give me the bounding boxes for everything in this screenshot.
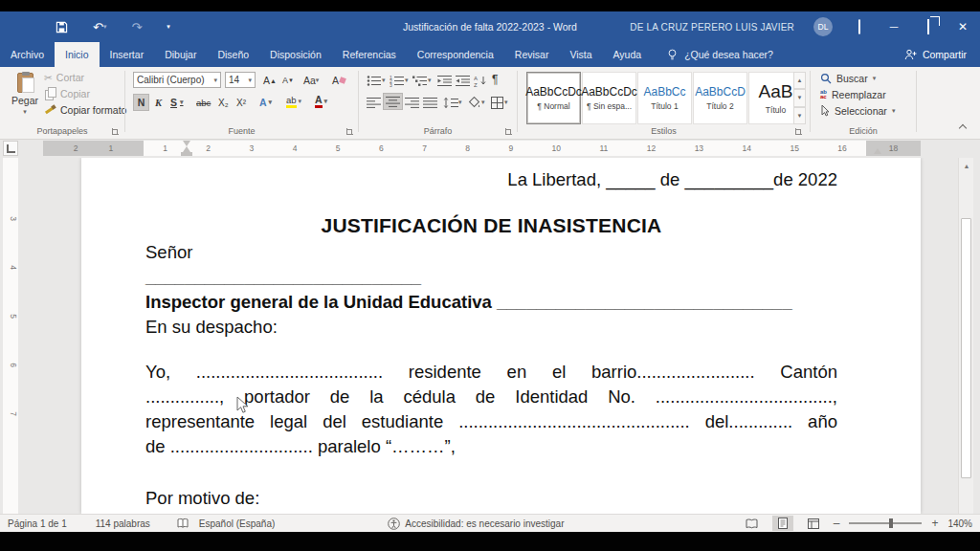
justify-button[interactable] (421, 94, 439, 111)
align-right-button[interactable] (403, 94, 421, 111)
word-count[interactable]: 114 palabras (96, 518, 150, 529)
accessibility-status[interactable]: Accesibilidad: es necesario investigar (388, 518, 564, 530)
proofing-icon[interactable] (177, 518, 189, 529)
italic-button[interactable]: K (153, 94, 164, 111)
scrollbar-thumb[interactable] (961, 218, 971, 478)
tab-diseno[interactable]: Diseño (207, 42, 259, 67)
line-spacing-button[interactable]: ▾ (441, 94, 464, 111)
font-name-combo[interactable]: Calibri (Cuerpo)▾ (133, 72, 221, 88)
grow-font-button[interactable]: A▲ (261, 72, 278, 89)
gallery-down-icon[interactable]: ▼ (793, 89, 806, 106)
tell-me-box[interactable]: ¿Qué desea hacer? (667, 42, 773, 67)
undo-button[interactable]: ↶▾ (93, 20, 106, 34)
zoom-level[interactable]: 140% (947, 518, 972, 529)
zoom-in-button[interactable]: + (931, 517, 938, 530)
bullets-icon (367, 75, 382, 87)
bold-button[interactable]: N (133, 94, 149, 111)
align-center-icon (386, 96, 400, 108)
fuente-dialog-launcher-icon[interactable] (346, 128, 353, 135)
paste-dropdown-icon[interactable]: ▾ (23, 108, 27, 116)
multilevel-list-icon (412, 75, 428, 87)
tab-revisar[interactable]: Revisar (504, 42, 560, 67)
statusbar-right: – + 140% (742, 516, 980, 531)
tab-disposicion[interactable]: Disposición (259, 42, 332, 67)
zoom-out-button[interactable]: – (834, 517, 840, 530)
scroll-up-icon[interactable]: ▲ (959, 158, 974, 173)
gallery-up-icon[interactable]: ▲ (793, 72, 806, 89)
tab-dibujar[interactable]: Dibujar (154, 42, 207, 67)
style-sin-espaciado[interactable]: AaBbCcDc ¶ Sin espa... (582, 72, 636, 124)
vertical-ruler[interactable]: 34567 (3, 158, 18, 514)
vertical-scrollbar[interactable]: ▲ (958, 158, 973, 514)
language-indicator[interactable]: Español (España) (199, 518, 276, 529)
replace-button[interactable]: abac Reemplazar (820, 89, 895, 100)
document-page[interactable]: La Libertad, _____ de _________de 2022 J… (81, 158, 921, 514)
read-mode-icon[interactable] (742, 516, 763, 531)
close-icon[interactable]: ✕ (955, 20, 970, 33)
right-indent-marker[interactable] (874, 148, 881, 154)
shading-button[interactable]: ▾ (466, 94, 487, 111)
subscript-button[interactable]: X₂ (216, 94, 231, 111)
paste-button[interactable]: Pegar ▾ (8, 71, 42, 126)
estilos-dialog-launcher-icon[interactable] (795, 128, 802, 135)
style-titulo-2[interactable]: AaBbCcD Título 2 (693, 72, 747, 124)
collapse-ribbon-icon[interactable] (959, 123, 967, 131)
portapapeles-dialog-launcher-icon[interactable] (112, 128, 119, 135)
group-label-parrafo: Párrafo (359, 126, 517, 136)
select-button[interactable]: Seleccionar▾ (820, 105, 895, 117)
tab-vista[interactable]: Vista (559, 42, 602, 67)
strikethrough-button[interactable]: abc (194, 94, 212, 111)
pilcrow-button[interactable]: ¶ (490, 71, 500, 88)
accessibility-icon (388, 518, 400, 530)
find-button[interactable]: Buscar▾ (820, 73, 895, 84)
tab-correspondencia[interactable]: Correspondencia (407, 42, 504, 67)
zoom-slider[interactable] (849, 522, 922, 524)
restore-icon[interactable] (921, 20, 936, 33)
multilevel-list-button[interactable]: ▾ (411, 72, 434, 89)
numbering-button[interactable]: 123▾ (388, 72, 411, 89)
borders-button[interactable]: ▾ (489, 94, 510, 111)
format-painter-button[interactable]: Copiar formato (44, 103, 126, 116)
styles-gallery-scroll: ▲ ▼ ▼ (793, 72, 806, 124)
horizontal-ruler[interactable]: 21 12345678910111213141516 18 (43, 141, 921, 156)
gallery-more-icon[interactable]: ▼ (793, 107, 806, 124)
highlight-button[interactable]: ab▾ (284, 93, 303, 110)
font-color-button[interactable]: A▾ (313, 93, 329, 110)
account-name[interactable]: DE LA CRUZ PERERO LUIS JAVIER (630, 22, 794, 33)
sort-button[interactable]: AZ (472, 72, 489, 89)
tab-archivo[interactable]: Archivo (0, 42, 55, 67)
ribbon-display-options-icon[interactable] (852, 20, 867, 33)
underline-button[interactable]: S▾ (168, 94, 186, 111)
save-icon[interactable] (56, 21, 68, 33)
qat-customize-icon[interactable]: ▾ (167, 23, 170, 31)
document-date-line: La Libertad, _____ de _________de 2022 (145, 167, 837, 192)
minimize-icon[interactable]: ─ (886, 20, 902, 33)
print-layout-icon[interactable] (772, 516, 793, 531)
tab-referencias[interactable]: Referencias (332, 42, 407, 67)
tab-inicio[interactable]: Inicio (55, 42, 100, 67)
web-layout-icon[interactable] (803, 516, 824, 531)
parrafo-dialog-launcher-icon[interactable] (505, 128, 512, 135)
tab-stop-selector[interactable] (3, 141, 18, 156)
align-center-button[interactable] (383, 93, 403, 110)
zoom-slider-thumb[interactable] (889, 518, 893, 528)
font-size-combo[interactable]: 14▾ (225, 72, 256, 88)
tab-insertar[interactable]: Insertar (100, 42, 155, 67)
share-button[interactable]: Compartir (891, 42, 980, 67)
increase-indent-button[interactable] (454, 72, 472, 89)
tab-ayuda[interactable]: Ayuda (603, 42, 653, 67)
style-titulo-1[interactable]: AaBbCc Título 1 (637, 72, 692, 124)
bullets-button[interactable]: ▾ (365, 72, 388, 89)
text-effects-button[interactable]: A▾ (257, 94, 274, 111)
superscript-button[interactable]: X² (234, 94, 248, 111)
page-indicator[interactable]: Página 1 de 1 (8, 518, 67, 529)
avatar[interactable]: DL (813, 17, 833, 36)
decrease-indent-button[interactable] (435, 72, 454, 89)
style-normal[interactable]: AaBbCcDc ¶ Normal (526, 72, 581, 124)
clear-formatting-button[interactable]: A (330, 72, 347, 89)
left-indent-marker[interactable] (181, 152, 192, 156)
change-case-button[interactable]: Aa▾ (301, 72, 321, 89)
paint-bucket-icon (468, 97, 481, 109)
shrink-font-button[interactable]: A▼ (280, 72, 296, 89)
align-left-button[interactable] (365, 94, 383, 111)
